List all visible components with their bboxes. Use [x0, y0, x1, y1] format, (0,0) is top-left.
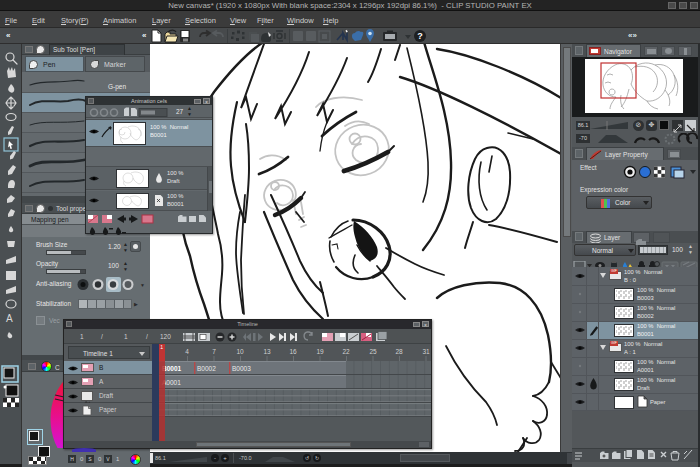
- svg-text:16: 16: [289, 348, 297, 355]
- svg-text:10: 10: [236, 348, 244, 355]
- svg-text:?: ?: [417, 31, 423, 41]
- svg-text:B0003: B0003: [232, 365, 251, 372]
- svg-text:28: 28: [395, 348, 403, 355]
- svg-text:B0002: B0002: [197, 365, 216, 372]
- svg-text:25: 25: [369, 348, 377, 355]
- svg-text:A0001: A0001: [162, 379, 181, 386]
- svg-text:31: 31: [422, 348, 430, 355]
- svg-text:G-pen: G-pen: [108, 83, 126, 91]
- svg-text:A: A: [6, 313, 13, 324]
- svg-text:13: 13: [263, 348, 271, 355]
- svg-text:22: 22: [342, 348, 350, 355]
- svg-text:B0001: B0001: [162, 365, 182, 372]
- svg-text:19: 19: [316, 348, 324, 355]
- svg-text:7: 7: [212, 348, 216, 355]
- svg-text:4: 4: [185, 348, 189, 355]
